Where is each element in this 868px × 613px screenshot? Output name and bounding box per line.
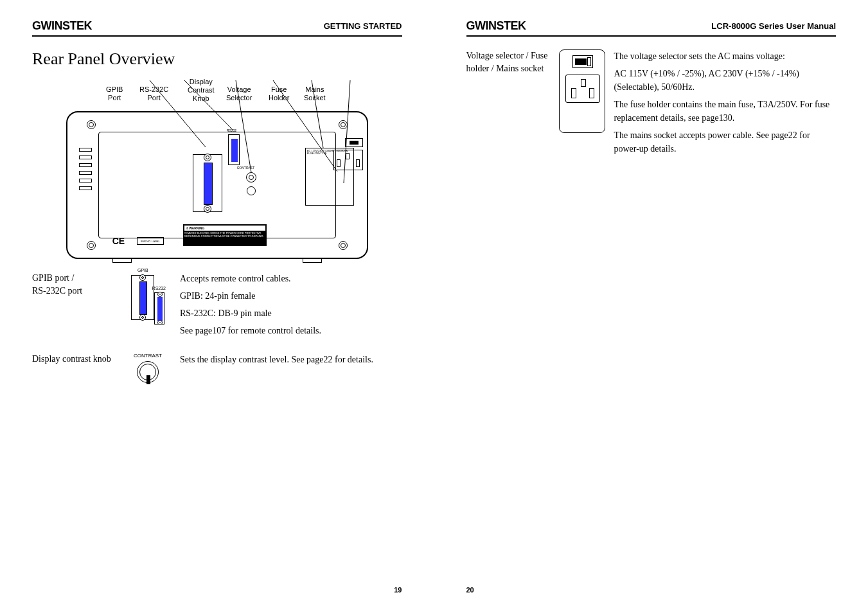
ce-mark: CE: [112, 236, 125, 246]
warning-label: ⚠ WARNING TO AVOID ELECTRIC SHOCK THE PO…: [183, 224, 267, 246]
brand-logo-left: GWINSTEK: [32, 19, 92, 33]
rs232-connector-icon: [231, 139, 238, 162]
desc-icon-power: [550, 49, 614, 133]
voltage-selector-icon: [345, 138, 363, 147]
desc-row-contrast: Display contrast knob CONTRAST Sets the …: [32, 353, 402, 389]
screw-icon: [87, 120, 96, 129]
desc-row-power: Voltage selector / Fuse holder / Mains s…: [466, 49, 837, 159]
header-title-right: LCR-8000G Series User Manual: [711, 21, 836, 31]
mains-socket-icon: [333, 150, 363, 170]
mains-socket-small-icon: [565, 75, 600, 103]
power-module-icon: [559, 49, 605, 133]
gpib-connector-icon: [204, 163, 213, 205]
screw-icon: [204, 154, 211, 161]
vent-slots-left: [79, 148, 92, 206]
desc-row-ports: GPIB port / RS-232C port GPIB RS232 Acce…: [32, 272, 402, 342]
gpib-small-label: GPIB: [137, 268, 148, 272]
svg-line-1: [184, 80, 233, 130]
panel-foot-icon: [303, 258, 322, 263]
rs232-small-icon: [154, 292, 164, 324]
header-right: GWINSTEK LCR-8000G Series User Manual: [466, 19, 837, 37]
contrast-icon-label: CONTRAST: [132, 353, 164, 359]
rs232-small-label: RS232: [152, 286, 166, 290]
desc-icon-contrast: CONTRAST: [116, 353, 180, 389]
page-left: GWINSTEK GETTING STARTED Rear Panel Over…: [0, 0, 434, 613]
voltage-selector-small-icon: [572, 55, 593, 68]
contrast-label-small: CONTRAST: [237, 166, 255, 170]
desc-label-ports: GPIB port / RS-232C port: [32, 272, 116, 297]
contrast-knob-small-icon: [137, 361, 159, 383]
desc-icon-ports: GPIB RS232: [116, 272, 180, 342]
brand-logo-right: GWINSTEK: [466, 19, 526, 33]
contrast-knob-icon: [246, 172, 256, 182]
panel-foot-icon: [112, 258, 132, 263]
desc-text-power: The voltage selector sets the AC mains v…: [614, 49, 837, 159]
page-number-right: 20: [466, 586, 474, 594]
leader-lines: [67, 80, 369, 119]
screw-icon: [339, 120, 348, 129]
screw-icon: [157, 292, 163, 297]
page-number-left: 19: [394, 586, 402, 594]
screw-icon: [204, 205, 211, 213]
desc-text-contrast: Sets the display contrast level. See pag…: [180, 353, 402, 370]
rs232-port-icon: [228, 134, 240, 165]
header-left: GWINSTEK GETTING STARTED: [32, 19, 402, 37]
gpib-port-icon: [193, 154, 222, 212]
rear-panel-diagram: RS232 CONTRAST AC 115V/230V 50/60Hz 100/…: [66, 111, 368, 259]
screw-icon: [157, 320, 163, 325]
section-title: Rear Panel Overview: [32, 49, 402, 69]
diagram-container: GPIB Port RS-232C Port Display Contrast …: [32, 79, 402, 259]
page-right: GWINSTEK LCR-8000G Series User Manual Vo…: [434, 0, 869, 613]
screw-icon: [139, 314, 146, 321]
serial-label: SER.NO. LABEL: [137, 237, 164, 245]
aux-circle-icon: [247, 186, 256, 195]
screw-icon: [339, 241, 348, 250]
desc-label-contrast: Display contrast knob: [32, 353, 116, 366]
screw-icon: [139, 274, 146, 281]
header-title-left: GETTING STARTED: [324, 21, 402, 31]
screw-icon: [87, 241, 96, 250]
desc-label-power: Voltage selector / Fuse holder / Mains s…: [466, 49, 550, 75]
desc-text-ports: Accepts remote control cables. GPIB: 24-…: [180, 272, 402, 341]
gpib-small-icon: [131, 275, 154, 320]
